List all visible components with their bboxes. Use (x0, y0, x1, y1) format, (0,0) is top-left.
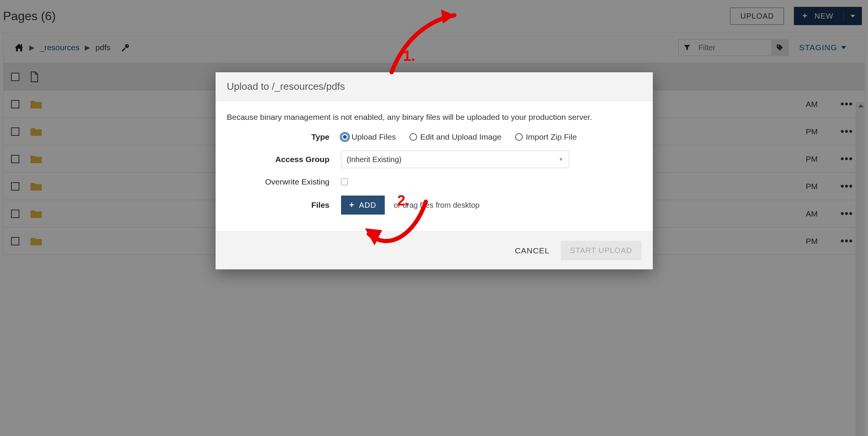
overwrite-checkbox[interactable] (341, 178, 348, 185)
start-upload-button[interactable]: START UPLOAD (561, 241, 641, 260)
radio-edit-upload-image[interactable]: Edit and Upload Image (409, 132, 501, 142)
radio-icon (515, 133, 523, 141)
drag-hint: or drag files from desktop (394, 201, 480, 210)
select-value: (Inherit Existing) (347, 155, 402, 164)
overwrite-label: Overwrite Existing (227, 177, 341, 186)
add-files-button[interactable]: + ADD (341, 196, 385, 215)
modal-title: Upload to /_resources/pdfs (216, 72, 653, 101)
caret-down-icon: ▼ (559, 157, 563, 162)
radio-label: Import Zip File (526, 132, 577, 142)
cancel-button[interactable]: CANCEL (515, 246, 549, 255)
radio-import-zip[interactable]: Import Zip File (515, 132, 577, 142)
radio-icon (341, 133, 349, 141)
access-group-label: Access Group (227, 155, 341, 164)
upload-modal: Upload to /_resources/pdfs Because binar… (216, 72, 653, 269)
modal-note: Because binary management is not enabled… (227, 113, 641, 122)
files-label: Files (227, 200, 341, 210)
add-label: ADD (359, 201, 376, 210)
type-label: Type (227, 132, 341, 142)
access-group-select[interactable]: (Inherit Existing) ▼ (341, 151, 569, 168)
plus-icon: + (349, 200, 355, 210)
radio-label: Upload Files (352, 132, 396, 142)
radio-icon (409, 133, 417, 141)
radio-label: Edit and Upload Image (420, 132, 501, 142)
radio-upload-files[interactable]: Upload Files (341, 132, 396, 142)
